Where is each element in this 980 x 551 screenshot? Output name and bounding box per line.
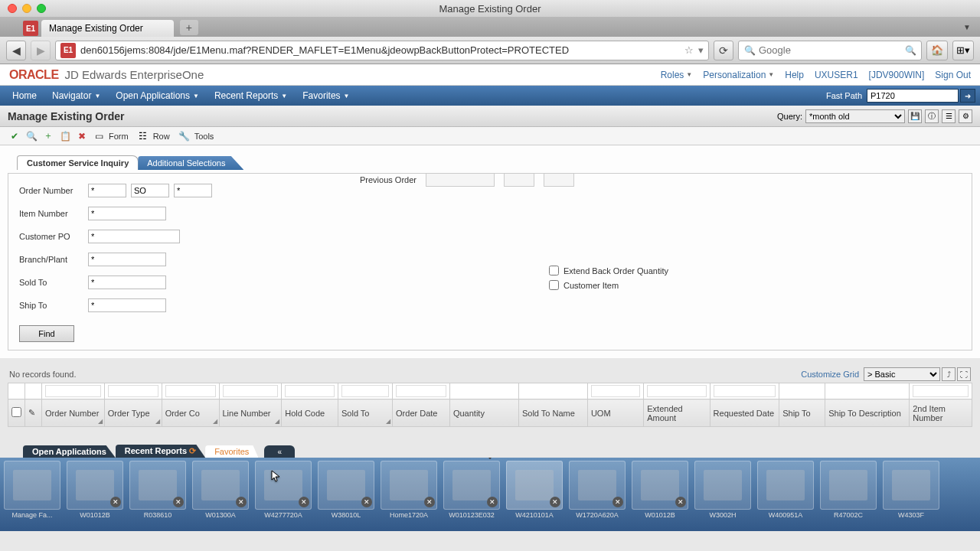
- personalization-link[interactable]: Personalization▼: [703, 70, 774, 80]
- nav-back-button[interactable]: ◀: [6, 41, 26, 60]
- carousel-close-icon[interactable]: ✕: [173, 497, 184, 507]
- grid-maximize-icon[interactable]: ⛶: [957, 367, 971, 381]
- dropdown-icon[interactable]: ▾: [698, 44, 704, 56]
- carousel-item[interactable]: ✕R038610: [127, 461, 188, 530]
- carousel-item[interactable]: ✕Home1720A: [378, 461, 439, 530]
- carousel-item[interactable]: W400951A: [755, 461, 816, 530]
- filter-requested-date[interactable]: [714, 385, 776, 397]
- col-2nd-item[interactable]: 2nd Item Number: [910, 399, 972, 427]
- col-order-co[interactable]: Order Co◢: [162, 399, 219, 427]
- carousel-item[interactable]: ✕W01012B: [629, 461, 691, 530]
- ok-icon[interactable]: ✔: [8, 129, 21, 143]
- row-icon[interactable]: ☷: [136, 129, 150, 143]
- grid-format-select[interactable]: > Basic: [864, 367, 940, 381]
- nav-forward-button[interactable]: ▶: [31, 41, 51, 60]
- form-icon[interactable]: ▭: [92, 129, 106, 143]
- carousel-collapse-button[interactable]: «: [264, 445, 295, 458]
- carousel-close-icon[interactable]: ✕: [675, 497, 686, 507]
- customize-grid-link[interactable]: Customize Grid: [801, 370, 859, 379]
- col-uom[interactable]: UOM: [587, 399, 643, 427]
- carousel-item[interactable]: W4303F: [880, 461, 942, 530]
- carousel-item[interactable]: ✕W4210101A: [504, 461, 565, 530]
- col-hold-code[interactable]: Hold Code: [282, 399, 338, 427]
- signout-link[interactable]: Sign Out: [935, 70, 971, 80]
- search-icon[interactable]: 🔍: [905, 45, 916, 56]
- carousel-close-icon[interactable]: ✕: [424, 497, 435, 507]
- row-menu[interactable]: Row: [153, 132, 170, 141]
- carousel-tab-favorites[interactable]: Favorites: [205, 445, 258, 458]
- menu-recent-reports[interactable]: Recent Reports▼: [207, 86, 295, 106]
- fastpath-go-button[interactable]: ➜: [960, 89, 975, 103]
- bookmark-star-icon[interactable]: ☆: [684, 44, 694, 56]
- carousel-close-icon[interactable]: ✕: [550, 497, 560, 507]
- url-bar[interactable]: E1 ☆ ▾: [55, 41, 709, 60]
- sold-to-input[interactable]: [88, 276, 166, 289]
- previous-order-input-3[interactable]: [544, 173, 574, 187]
- carousel-close-icon[interactable]: ✕: [299, 497, 309, 507]
- col-ship-to-desc[interactable]: Ship To Description: [825, 399, 910, 427]
- url-input[interactable]: [80, 44, 680, 56]
- carousel-close-icon[interactable]: ✕: [361, 497, 372, 507]
- tools-icon[interactable]: 🔧: [178, 129, 191, 143]
- previous-order-input-2[interactable]: [504, 173, 534, 187]
- filter-extended-amount[interactable]: [647, 385, 706, 397]
- filter-line-number[interactable]: [223, 385, 279, 397]
- order-co-input[interactable]: [174, 184, 212, 197]
- filter-uom[interactable]: [591, 385, 640, 397]
- tools-menu[interactable]: Tools: [194, 132, 214, 141]
- col-order-number[interactable]: Order Number◢: [42, 399, 105, 427]
- carousel-tab-recent-reports[interactable]: Recent Reports ⟳: [116, 445, 205, 458]
- find-button[interactable]: Find: [19, 325, 74, 342]
- carousel-item[interactable]: ✕W38010L: [315, 461, 377, 530]
- extensions-button[interactable]: ⊞▾: [952, 41, 974, 60]
- roles-link[interactable]: Roles▼: [661, 70, 693, 80]
- col-order-date[interactable]: Order Date: [393, 399, 450, 427]
- carousel-item[interactable]: ✕W01300A: [190, 461, 251, 530]
- query-action-2[interactable]: ☰: [942, 109, 956, 123]
- carousel-item[interactable]: R47002C: [818, 461, 879, 530]
- add-icon[interactable]: ＋: [41, 129, 55, 143]
- col-extended-amount[interactable]: Extended Amount: [644, 399, 710, 427]
- carousel-close-icon[interactable]: ✕: [487, 497, 498, 507]
- tabs-dropdown-icon[interactable]: ▼: [963, 23, 971, 31]
- order-type-input[interactable]: [131, 184, 169, 197]
- carousel-item[interactable]: ✕W01012B: [64, 461, 126, 530]
- window-minimize[interactable]: [22, 4, 31, 13]
- menu-home[interactable]: Home: [5, 86, 44, 106]
- carousel-item[interactable]: Manage Fa...: [2, 461, 63, 530]
- filter-hold-code[interactable]: [285, 385, 335, 397]
- carousel-tab-open-apps[interactable]: Open Applications: [23, 445, 116, 458]
- filter-sold-to[interactable]: [341, 385, 389, 397]
- menu-favorites[interactable]: Favorites▼: [295, 86, 357, 106]
- copy-icon[interactable]: 📋: [58, 129, 72, 143]
- filter-order-number[interactable]: [45, 385, 101, 397]
- carousel-item[interactable]: ✕W010123E032: [441, 461, 502, 530]
- grid-export-icon[interactable]: ⤴: [942, 367, 956, 381]
- col-line-number[interactable]: Line Number◢: [219, 399, 282, 427]
- menu-navigator[interactable]: Navigator▼: [44, 86, 108, 106]
- filter-order-type[interactable]: [108, 385, 158, 397]
- col-ship-to[interactable]: Ship To: [779, 399, 825, 427]
- carousel-item[interactable]: W3002H: [692, 461, 753, 530]
- window-zoom[interactable]: [37, 4, 46, 13]
- extend-back-checkbox-input[interactable]: [549, 266, 559, 276]
- carousel-close-icon[interactable]: ✕: [612, 497, 623, 507]
- query-save-icon[interactable]: 💾: [908, 109, 922, 123]
- delete-icon[interactable]: ✖: [75, 129, 89, 143]
- search-input[interactable]: [759, 44, 902, 56]
- form-menu[interactable]: Form: [109, 132, 129, 141]
- fastpath-input[interactable]: [867, 89, 959, 103]
- filter-order-co[interactable]: [165, 385, 216, 397]
- customer-po-input[interactable]: [88, 230, 180, 243]
- ship-to-input[interactable]: [88, 298, 166, 312]
- col-checkbox[interactable]: [8, 399, 25, 427]
- branch-plant-input[interactable]: [88, 253, 166, 266]
- customer-item-checkbox[interactable]: Customer Item: [549, 280, 668, 290]
- col-quantity[interactable]: Quantity: [449, 399, 518, 427]
- window-close[interactable]: [8, 4, 17, 13]
- carousel-item[interactable]: ✕W1720A620A: [567, 461, 628, 530]
- new-tab-button[interactable]: +: [180, 20, 198, 35]
- menu-open-applications[interactable]: Open Applications▼: [108, 86, 207, 106]
- col-order-type[interactable]: Order Type◢: [104, 399, 162, 427]
- carousel-item[interactable]: ✕W4277720A: [253, 461, 314, 530]
